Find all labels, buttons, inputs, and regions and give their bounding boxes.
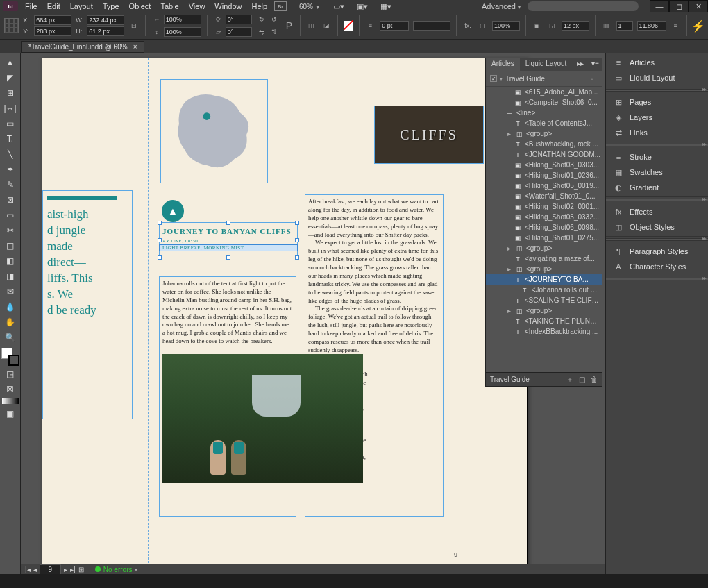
scale-x-field[interactable] [164, 15, 201, 24]
panel-object-styles[interactable]: ◫Object Styles [606, 219, 708, 235]
x-field[interactable] [34, 15, 71, 25]
panel-character-styles[interactable]: ACharacter Styles [606, 259, 708, 274]
article-item[interactable]: ▣<Hiking_Shot02_0001... [486, 201, 602, 212]
rectangle-tool[interactable]: ▭ [1, 208, 19, 222]
scale-y-field[interactable] [164, 27, 201, 37]
panel-articles[interactable]: ≡Articles [606, 55, 708, 70]
new-article-icon[interactable]: ◫ [579, 376, 585, 383]
fill-stroke-swatches[interactable] [1, 348, 19, 366]
article-item[interactable]: T<Bushwhacking, rock ... [486, 139, 602, 149]
h-field[interactable] [87, 26, 124, 36]
article-item[interactable]: ▣<Campsite_Shot06_0... [486, 97, 602, 108]
stroke-style-field[interactable] [413, 21, 450, 31]
corner-icon[interactable]: ◲ [547, 20, 557, 31]
screen-mode-tool[interactable]: ▣ [1, 406, 19, 421]
article-item[interactable]: ▣<Hiking_Shot05_0332... [486, 212, 602, 222]
menu-window[interactable]: Window [214, 2, 242, 10]
menu-edit[interactable]: Edit [47, 2, 60, 10]
free-transform-tool[interactable]: ◫ [1, 238, 19, 253]
map-frame[interactable] [160, 79, 268, 183]
menu-file[interactable]: File [25, 2, 37, 10]
article-item[interactable]: ▣<615_Adobe_AI_Map... [486, 87, 602, 97]
corner-field[interactable] [562, 21, 589, 31]
last-page-button[interactable]: ▸| [70, 566, 76, 573]
rotate-cw-icon[interactable]: ↻ [256, 14, 267, 25]
expand-arrow-icon[interactable]: ▸ [505, 244, 512, 252]
add-article-icon[interactable]: ＋ [566, 375, 573, 385]
gap-tool[interactable]: |↔| [1, 101, 19, 115]
menu-layout[interactable]: Layout [70, 2, 93, 10]
p-icon[interactable]: P [284, 20, 294, 31]
panel-collapse-icon[interactable]: ▸▸ [574, 58, 587, 71]
page-spread[interactable]: 9 aist-high d jungle made direct— liffs.… [42, 58, 528, 574]
article-item[interactable]: T<TAKING THE PLUNG... [486, 316, 602, 326]
panel-stroke[interactable]: ≡Stroke [606, 149, 708, 165]
panel-liquid-layout[interactable]: ▭Liquid Layout [606, 70, 708, 85]
panel-gradient[interactable]: ◐Gradient [606, 180, 708, 195]
menu-view[interactable]: View [189, 2, 205, 10]
open-nav-button[interactable]: ⊞ [78, 566, 84, 573]
maximize-button[interactable]: ◻ [669, 0, 689, 12]
zoom-tool[interactable]: 🔍 [1, 330, 19, 344]
expand-arrow-icon[interactable]: ▸ [505, 307, 512, 314]
screen-mode-icon[interactable]: ▣▾ [357, 2, 368, 11]
article-item[interactable]: ▣<Hiking_Shot03_0303... [486, 160, 602, 170]
panel-menu-icon[interactable]: ▾≡ [589, 58, 602, 71]
pen-tool[interactable]: ✒ [1, 162, 19, 176]
article-item[interactable]: ▸◫<group> [486, 243, 602, 253]
opacity-field[interactable] [492, 21, 520, 31]
scissors-tool[interactable]: ✂ [1, 223, 19, 237]
gradient-feather-tool[interactable]: ◨ [1, 269, 19, 283]
disclosure-icon[interactable]: ▾ [500, 76, 503, 82]
article-root-label[interactable]: Travel Guide [505, 75, 545, 83]
article-item[interactable]: T<JOURNEYTO BA... [486, 274, 602, 285]
article-item[interactable]: ▣<Hiking_Shot06_0098... [486, 222, 602, 233]
prev-page-button[interactable]: ◂ [33, 566, 37, 573]
note-tool[interactable]: ✉ [1, 284, 19, 299]
rotate-field[interactable] [226, 15, 252, 24]
reference-point-grid[interactable] [4, 18, 19, 33]
align-icon[interactable]: ≡ [671, 20, 681, 31]
apply-none-icon[interactable]: ☒ [1, 382, 19, 396]
article-item[interactable]: ▸◫<group> [486, 264, 602, 274]
article-item[interactable]: ▣<Waterfall_Shot01_0... [486, 191, 602, 201]
flip-v-icon[interactable]: ⇅ [269, 26, 280, 37]
selection-tool[interactable]: ▲ [1, 55, 19, 69]
panel-layers[interactable]: ◈Layers [606, 110, 708, 125]
article-item[interactable]: T<Johanna rolls out of ... [486, 285, 602, 295]
expand-arrow-icon[interactable]: ▸ [505, 130, 512, 137]
view-options-icon[interactable]: ▭▾ [333, 2, 344, 11]
menu-help[interactable]: Help [251, 2, 267, 10]
hiking-photo[interactable] [162, 354, 363, 483]
gradient-swatch-tool[interactable]: ◧ [1, 253, 19, 268]
article-item[interactable]: ▸◫<group> [486, 128, 602, 139]
panel-links[interactable]: ⇄Links [606, 125, 708, 140]
preflight-status[interactable]: No errors ▾ [95, 566, 138, 573]
pull-quote-frame[interactable]: aist-high d jungle made direct— liffs. T… [42, 190, 133, 419]
article-item[interactable]: T<SCALING THE CLIFF... [486, 295, 602, 305]
w-field[interactable] [87, 15, 124, 25]
page-tool[interactable]: ⊞ [1, 85, 19, 100]
columns-field[interactable] [616, 21, 633, 31]
menu-type[interactable]: Type [103, 2, 119, 10]
article-item[interactable]: ▣<Hiking_Shot01_0275... [486, 233, 602, 243]
help-search-input[interactable] [528, 1, 639, 11]
type-tool[interactable]: T. [1, 131, 19, 146]
rectangle-frame-tool[interactable]: ⊠ [1, 192, 19, 207]
article-item[interactable]: ▸◫<group> [486, 305, 602, 316]
format-container-icon[interactable]: ◲ [1, 367, 19, 381]
apply-gradient-icon[interactable] [1, 397, 19, 405]
direct-selection-tool[interactable]: ◤ [1, 70, 19, 85]
tab-liquid-layout[interactable]: Liquid Layout [520, 58, 573, 71]
expand-arrow-icon[interactable]: ▸ [505, 265, 512, 273]
page-field[interactable]: 9 [40, 564, 62, 575]
include-checkbox[interactable]: ✓ [490, 75, 497, 82]
hand-tool[interactable]: ✋ [1, 314, 19, 329]
articles-list[interactable]: ▣<615_Adobe_AI_Map...▣<Campsite_Shot06_0… [486, 87, 602, 337]
line-tool[interactable]: ╲ [1, 146, 19, 161]
content-collector-tool[interactable]: ▭ [1, 116, 19, 131]
close-button[interactable]: ✕ [689, 0, 708, 12]
rotate-ccw-icon[interactable]: ↺ [269, 14, 280, 25]
article-item[interactable]: T<JONATHAN GOODM... [486, 149, 602, 160]
article-item[interactable]: T<Table of ContentsJ... [486, 118, 602, 128]
